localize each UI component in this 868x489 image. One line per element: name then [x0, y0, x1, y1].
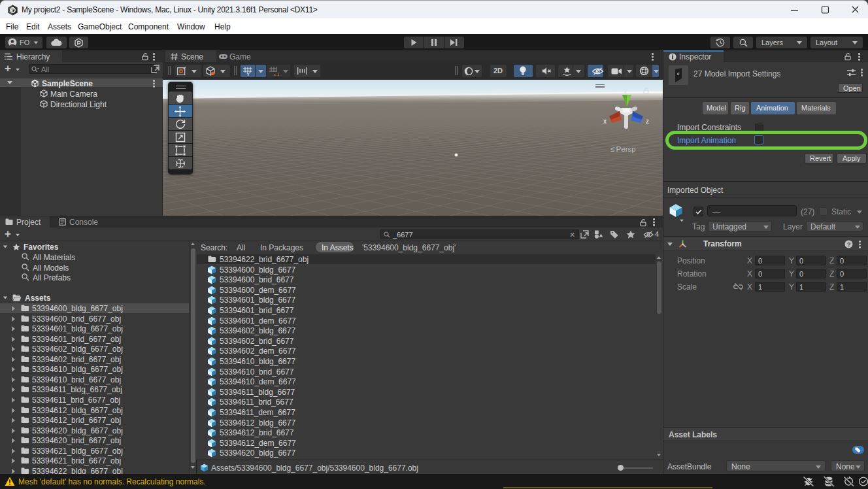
- svg-text:?: ?: [847, 241, 851, 248]
- svg-text:y: y: [624, 86, 627, 94]
- svg-text:z: z: [646, 118, 649, 125]
- svg-text:x: x: [603, 118, 607, 125]
- svg-text:Y: Y: [246, 71, 250, 76]
